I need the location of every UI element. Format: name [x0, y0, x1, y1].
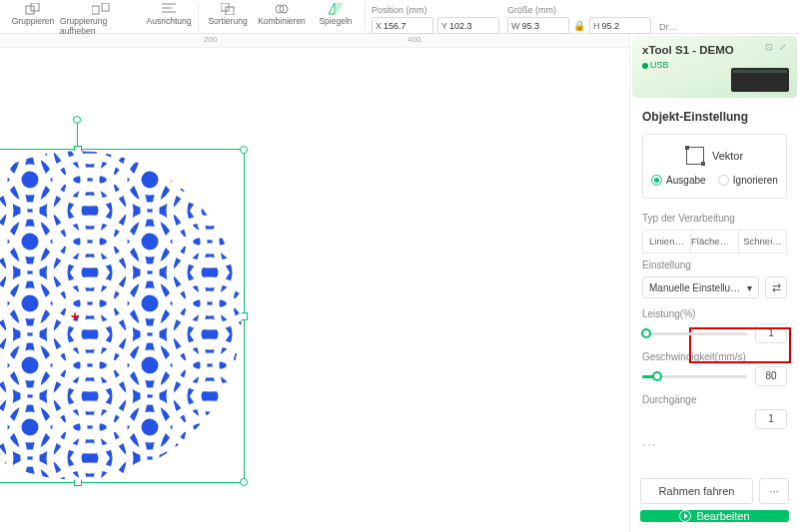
ruler-top: 200 400 — [0, 34, 629, 48]
expand-icon[interactable]: ⤢ — [779, 42, 787, 52]
size-h-input[interactable]: H95.2 — [589, 17, 651, 34]
process-button[interactable]: Bearbeiten — [640, 510, 789, 522]
svg-marker-12 — [337, 3, 343, 14]
lock-aspect-icon[interactable]: 🔒 — [573, 20, 585, 31]
ungroup-btn[interactable]: Gruppierung aufheben — [60, 2, 142, 36]
right-panel: ⊡ ⤢ xTool S1 - DEMO USB Objekt-Einstellu… — [629, 34, 799, 532]
vector-object[interactable] — [0, 149, 245, 483]
more-button[interactable]: ··· — [759, 478, 789, 504]
position-label: Position (mm) — [372, 5, 499, 15]
play-icon — [679, 510, 691, 522]
seg-area[interactable]: Fläche… — [691, 231, 739, 253]
object-type-box: Vektor Ausgabe Ignorieren — [642, 134, 787, 199]
canvas[interactable]: 200 400 — [0, 34, 629, 532]
rotate-handle[interactable] — [73, 116, 81, 124]
pin-icon[interactable]: ⊡ — [765, 42, 773, 52]
svg-point-31 — [0, 151, 242, 480]
combine-btn[interactable]: Kombinieren — [255, 2, 309, 26]
power-input[interactable]: 1 — [755, 323, 787, 343]
seg-cut[interactable]: Schnei… — [739, 231, 786, 253]
speed-input[interactable]: 80 — [755, 366, 787, 386]
chevron-down-icon: ▾ — [747, 282, 752, 293]
top-toolbar: Gruppieren Gruppierung aufheben Ausricht… — [0, 0, 799, 34]
svg-rect-2 — [92, 6, 99, 14]
pass-input[interactable]: 1 — [755, 409, 787, 429]
frame-button[interactable]: Rahmen fahren — [640, 478, 753, 504]
property-bar: Position (mm) X156.7 Y102.3 Größe (mm) W… — [368, 2, 678, 34]
more-settings-dots[interactable]: ⋯ — [642, 437, 787, 453]
vector-icon — [686, 147, 704, 165]
power-label: Leistung(%) — [642, 308, 787, 319]
pos-y-input[interactable]: Y102.3 — [437, 17, 499, 34]
power-slider[interactable] — [642, 332, 747, 335]
origin-crosshair: + — [71, 308, 79, 324]
align-btn[interactable]: Ausrichtung — [142, 2, 196, 26]
swap-icon-btn[interactable]: ⇄ — [765, 276, 787, 298]
group-btn[interactable]: Gruppieren — [6, 2, 60, 26]
svg-rect-0 — [26, 6, 34, 14]
setting-label: Einstellung — [642, 260, 787, 270]
svg-rect-1 — [31, 3, 39, 11]
device-illustration — [731, 68, 789, 92]
seg-line[interactable]: Linien… — [643, 231, 691, 253]
processing-type-label: Typ der Verarbeitung — [642, 213, 787, 224]
size-w-input[interactable]: W95.3 — [507, 17, 569, 34]
sort-btn[interactable]: Sortierung — [201, 2, 255, 26]
radio-output[interactable]: Ausgabe — [651, 175, 705, 186]
mirror-btn[interactable]: Spiegeln — [309, 2, 363, 26]
speed-label: Geschwindigkeit(mm/s) — [642, 351, 787, 362]
processing-type-seg: Linien… Fläche… Schnei… — [642, 230, 787, 254]
size-label: Größe (mm) — [507, 5, 651, 15]
rotation-label: Dr… — [659, 22, 678, 32]
svg-rect-3 — [102, 3, 109, 11]
speed-slider[interactable] — [642, 375, 747, 378]
preset-select[interactable]: Manuelle Einstellu…▾ — [642, 276, 759, 298]
pass-label: Durchgänge — [642, 394, 787, 405]
device-card[interactable]: ⊡ ⤢ xTool S1 - DEMO USB — [632, 36, 797, 98]
vector-label: Vektor — [712, 150, 743, 162]
radio-ignore[interactable]: Ignorieren — [718, 175, 778, 186]
svg-marker-11 — [329, 3, 335, 14]
pos-x-input[interactable]: X156.7 — [372, 17, 433, 34]
settings-title: Objekt-Einstellung — [642, 110, 787, 124]
